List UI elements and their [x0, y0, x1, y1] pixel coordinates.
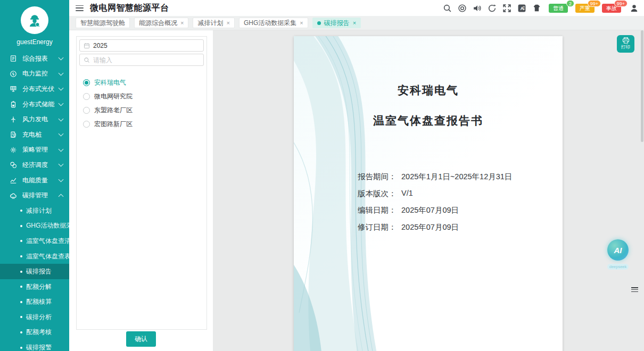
sidebar-item[interactable]: 分布式光伏 [0, 81, 69, 97]
alarm-count-badge: 2 [566, 0, 574, 7]
sidebar-item[interactable]: 电能质量 [0, 173, 69, 188]
sidebar-item-label: 电能质量 [22, 176, 59, 185]
submenu-item[interactable]: 减排计划 [0, 203, 69, 219]
submenu-item-label: 碳排报警 [26, 343, 52, 351]
site-radio-item[interactable]: 安科瑞电气 [83, 76, 204, 89]
tab-close-icon[interactable]: × [353, 20, 356, 26]
avatar[interactable] [21, 6, 48, 34]
sidebar-item-icon [10, 192, 17, 199]
report-field-row: 修订日期： 2025年07月09日 [358, 222, 512, 232]
submenu-item[interactable]: 温室气体盘查清册 [0, 233, 69, 249]
submenu-item[interactable]: 温室气体盘查表 [0, 249, 69, 264]
search-icon [84, 57, 90, 63]
submenu-item[interactable]: 碳排报警 [0, 340, 69, 351]
chevron-icon [59, 101, 64, 106]
alarm-chip[interactable]: 严重 99+ [575, 4, 595, 13]
submenu-item-label: 碳排报告 [26, 267, 52, 276]
scrollbar-thumb[interactable] [641, 30, 643, 142]
sidebar-item-label: 策略管理 [22, 145, 59, 154]
chevron-icon [59, 131, 64, 137]
chevron-icon [59, 70, 64, 76]
submenu-item[interactable]: 碳排分析 [0, 310, 69, 325]
site-label: 微电网研究院 [94, 92, 133, 101]
bullet-icon [20, 316, 22, 318]
alarm-chip[interactable]: 事故 99+ [602, 4, 621, 13]
year-input[interactable] [93, 42, 200, 49]
site-radio-item[interactable]: 微电网研究院 [83, 89, 204, 103]
sidebar-item[interactable]: 碳排管理 [0, 188, 69, 203]
site-search[interactable] [79, 54, 204, 66]
site-search-input[interactable] [93, 56, 200, 64]
report-field-row: 报告期间： 2025年1月1日~2025年12月31日 [358, 172, 512, 182]
field-value: 2025年1月1日~2025年12月31日 [401, 172, 512, 182]
alarm-chip[interactable]: 普通 2 [549, 4, 568, 13]
tab[interactable]: 能源综合概况 × [134, 18, 188, 28]
tab[interactable]: 碳排报告 × [312, 18, 361, 28]
tab[interactable]: 减排计划 × [193, 18, 234, 28]
submenu-item[interactable]: 配额考核 [0, 325, 69, 340]
sidebar-item[interactable]: 经济调度 [0, 157, 69, 173]
drag-handle-icon[interactable] [631, 286, 639, 294]
confirm-button[interactable]: 确认 [126, 331, 156, 347]
menu-collapse-icon[interactable] [76, 5, 84, 11]
ai-icon[interactable]: AI [607, 239, 629, 261]
theme-shirt-icon[interactable] [532, 4, 541, 13]
volume-icon[interactable] [473, 4, 482, 13]
refresh-icon[interactable] [488, 4, 497, 13]
radio-icon[interactable] [83, 107, 90, 114]
sidebar-item[interactable]: 风力发电 [0, 112, 69, 127]
site-radio-item[interactable]: 东盟路老厂区 [83, 103, 204, 117]
field-label: 报告期间： [358, 172, 401, 182]
tab[interactable]: 智慧能源驾驶舱 × [76, 18, 130, 28]
sidebar-item[interactable]: 策略管理 [0, 143, 69, 158]
chevron-icon [59, 146, 64, 152]
bullet-icon [20, 210, 22, 212]
tab-close-icon[interactable]: × [226, 20, 229, 26]
submenu-item[interactable]: 碳排报告 [0, 264, 69, 279]
ai-subtitle: deepseek [607, 264, 629, 270]
report-titles: 安科瑞电气 温室气体盘查报告书 [294, 83, 563, 144]
translate-icon[interactable]: A [517, 4, 526, 13]
tab[interactable]: GHG活动数据采集 × [239, 18, 308, 28]
bullet-icon [20, 271, 22, 273]
sidebar-item-icon [10, 70, 17, 78]
year-picker[interactable] [79, 39, 204, 52]
sidebar-item[interactable]: 综合报表 [0, 51, 69, 66]
submenu-item-label: 配额考核 [26, 328, 52, 337]
search-icon[interactable] [443, 4, 452, 13]
alarm-chip-group: 普通 2 严重 99+ 事故 99+ [541, 4, 621, 13]
user-icon[interactable] [630, 4, 639, 13]
alarm-count-badge: 99+ [614, 0, 628, 7]
chevron-icon [59, 86, 64, 91]
scrollbar[interactable] [641, 30, 643, 351]
sidebar-item-icon [10, 55, 17, 62]
sidebar-menu: 综合报表 电力监控 分布式光伏 分布式储能 [0, 51, 69, 203]
target-icon[interactable] [458, 4, 467, 13]
chevron-icon [59, 194, 64, 199]
user-profile[interactable]: guestEnergy [0, 0, 69, 46]
site-radio-item[interactable]: 宏图路新厂区 [83, 117, 204, 131]
submenu-item-label: 温室气体盘查清册 [26, 237, 69, 246]
bullet-icon [20, 255, 22, 257]
submenu-item-label: GHG活动数据采集 [26, 221, 69, 230]
report-fields: 报告期间： 2025年1月1日~2025年12月31日 版本版次： V/1 编辑… [358, 172, 512, 239]
submenu-item[interactable]: GHG活动数据采集 [0, 219, 69, 234]
sidebar-item[interactable]: 电力监控 [0, 66, 69, 82]
tab-close-icon[interactable]: × [300, 20, 303, 26]
bullet-icon [20, 331, 22, 333]
ai-assistant-badge[interactable]: AI deepseek [605, 239, 631, 270]
print-button[interactable]: 打印 [617, 35, 634, 53]
field-label: 编辑日期： [358, 205, 401, 215]
radio-icon[interactable] [83, 121, 90, 128]
report-field-row: 编辑日期： 2025年07月09日 [358, 205, 512, 215]
tab-close-icon[interactable]: × [180, 20, 184, 26]
submenu-item[interactable]: 配额分解 [0, 279, 69, 295]
report-viewer[interactable]: 安科瑞电气 温室气体盘查报告书 报告期间： 2025年1月1日~2025年12月… [213, 30, 644, 351]
radio-icon[interactable] [83, 79, 90, 86]
radio-icon[interactable] [83, 93, 90, 100]
fullscreen-icon[interactable] [502, 4, 511, 13]
submenu-item[interactable]: 配额核算 [0, 295, 69, 310]
sidebar-item[interactable]: 分布式储能 [0, 97, 69, 112]
sidebar-item-icon [10, 85, 17, 93]
sidebar-item[interactable]: 充电桩 [0, 127, 69, 143]
